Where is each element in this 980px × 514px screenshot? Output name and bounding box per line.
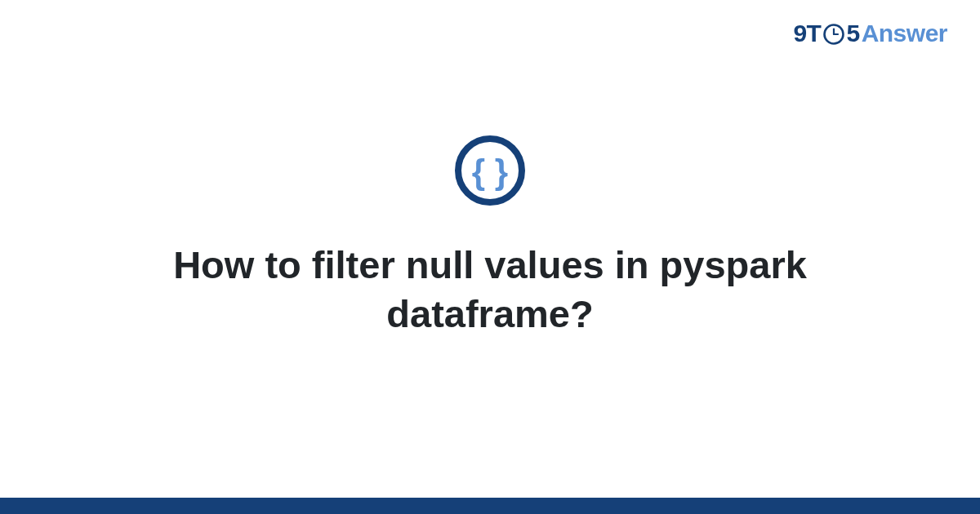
main-content: { } How to filter null values in pyspark…: [0, 0, 980, 498]
braces-icon: { }: [454, 135, 526, 206]
footer-accent-bar: [0, 498, 980, 514]
page-title: How to filter null values in pyspark dat…: [82, 241, 898, 339]
svg-text:{ }: { }: [472, 153, 508, 191]
